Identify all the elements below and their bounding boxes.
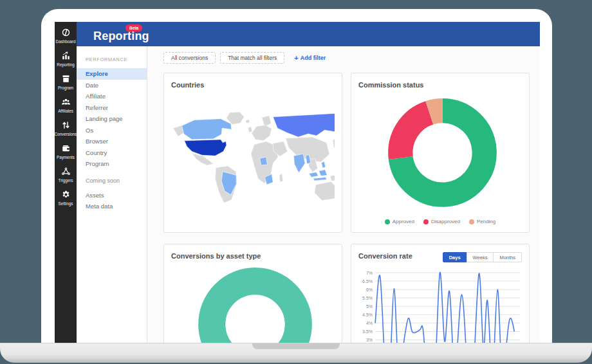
- conversion-rate-card: Conversion rate DaysWeeksMonths 7%6.5%6%…: [351, 244, 530, 343]
- all-conversions-button[interactable]: All conversions: [163, 52, 216, 64]
- nav-item-conversions[interactable]: Conversions: [55, 120, 77, 136]
- users-icon: [61, 97, 71, 107]
- logo-icon: [61, 28, 71, 37]
- sidebar-item-browser[interactable]: Browser: [77, 136, 147, 147]
- laptop-screen-bezel: DashboardReportingProgramAffiliatesConve…: [41, 9, 552, 343]
- sidebar-item-date[interactable]: Date: [77, 80, 147, 91]
- donut-segment: [400, 113, 429, 158]
- legend-label: Approved: [393, 219, 414, 224]
- app-window: DashboardReportingProgramAffiliatesConve…: [55, 22, 540, 343]
- asset-type-title: Conversions by asset type: [171, 252, 335, 260]
- sidebar-item-assets[interactable]: Assets: [77, 190, 147, 201]
- plus-icon: +: [294, 54, 298, 62]
- nav-item-payments[interactable]: Payments: [55, 143, 77, 159]
- main-content: All conversions That match all filters +…: [147, 46, 540, 343]
- add-filter-button[interactable]: +Add filter: [294, 54, 326, 62]
- nav-item-label: Conversions: [55, 132, 77, 136]
- y-axis-tick-label: 3%: [366, 338, 373, 342]
- sidebar-item-os[interactable]: Os: [77, 125, 147, 136]
- y-axis-tick-label: 3.5%: [362, 329, 373, 334]
- conversion-rate-line: [375, 273, 514, 343]
- sidebar-item-referrer[interactable]: Referrer: [77, 102, 147, 114]
- sidebar-item-country[interactable]: Country: [77, 147, 147, 159]
- nav-item-label: Dashboard: [56, 39, 76, 44]
- nav-item-affiliates[interactable]: Affiliates: [55, 97, 77, 113]
- filter-bar: All conversions That match all filters +…: [163, 52, 530, 64]
- page-title: Reporting: [93, 30, 149, 43]
- arrows-up-down-icon: [61, 120, 71, 130]
- nav-item-label: Triggers: [59, 178, 73, 183]
- asset-type-donut-chart: [171, 260, 335, 343]
- nav-item-label: Program: [58, 86, 73, 90]
- y-axis-tick-label: 5.5%: [362, 296, 373, 300]
- y-axis-tick-label: 6.5%: [362, 279, 373, 284]
- nav-item-label: Settings: [59, 201, 73, 206]
- y-axis-tick-label: 4%: [366, 321, 373, 325]
- legend-item-pending: Pending: [469, 219, 495, 224]
- nav-item-dashboard[interactable]: Dashboard: [55, 28, 77, 44]
- asset-type-card: Conversions by asset type: [163, 244, 342, 343]
- commission-legend: ApprovedDisapprovedPending: [358, 219, 522, 224]
- legend-label: Disapproved: [431, 219, 460, 224]
- wallet-icon: [61, 143, 71, 153]
- gear-icon: [61, 190, 71, 199]
- sidebar-item-program[interactable]: Program: [77, 158, 147, 170]
- legend-dot: [423, 219, 429, 224]
- sidebar-item-meta-data[interactable]: Meta data: [77, 201, 147, 212]
- y-axis-tick-label: 5%: [366, 304, 373, 309]
- page-background: DashboardReportingProgramAffiliatesConve…: [0, 0, 592, 364]
- commission-donut-chart: [358, 89, 522, 213]
- nav-item-program[interactable]: Program: [55, 74, 77, 90]
- y-axis-tick-label: 7%: [366, 271, 373, 275]
- legend-dot: [469, 219, 474, 224]
- primary-sidebar: DashboardReportingProgramAffiliatesConve…: [55, 22, 77, 343]
- commission-status-card: Commission status ApprovedDisapprovedPen…: [351, 73, 530, 233]
- y-axis-tick-label: 4.5%: [362, 313, 373, 317]
- tab-weeks[interactable]: Weeks: [467, 252, 494, 262]
- legend-item-disapproved: Disapproved: [423, 219, 460, 224]
- dashboard-grid: Countries: [163, 73, 530, 343]
- match-all-filters-button[interactable]: That match all filters: [220, 52, 284, 64]
- tab-months[interactable]: Months: [493, 252, 522, 262]
- bar-chart-icon: [61, 51, 71, 60]
- sidebar-item-explore[interactable]: Explore: [77, 68, 147, 80]
- add-filter-label: Add filter: [301, 55, 326, 61]
- y-axis-tick-label: 6%: [366, 287, 373, 292]
- legend-item-approved: Approved: [385, 219, 414, 224]
- laptop-notch: [252, 343, 340, 349]
- nav-item-label: Reporting: [57, 62, 74, 67]
- sidebar-item-landing-page[interactable]: Landing page: [77, 113, 147, 125]
- app-body: Beta Reporting PERFORMANCE ExploreDateAf…: [77, 22, 540, 343]
- nav-item-settings[interactable]: Settings: [55, 190, 77, 206]
- secondary-sidebar: PERFORMANCE ExploreDateAffiliateReferrer…: [77, 46, 147, 343]
- sidebar-coming-soon-label: Coming soon: [86, 177, 147, 184]
- nav-item-label: Affiliates: [58, 109, 73, 113]
- donut-segment: [429, 111, 442, 113]
- legend-label: Pending: [477, 219, 495, 224]
- conversion-rate-title: Conversion rate: [358, 252, 412, 260]
- donut-segment: [212, 281, 299, 343]
- tab-days[interactable]: Days: [443, 252, 467, 262]
- countries-card-title: Countries: [171, 81, 335, 89]
- app-header: Beta Reporting: [77, 22, 540, 46]
- sidebar-item-affiliate[interactable]: Affiliate: [77, 91, 147, 102]
- legend-dot: [385, 219, 390, 224]
- archive-box-icon: [61, 74, 71, 84]
- countries-card: Countries: [163, 73, 342, 233]
- conversion-rate-line-chart: 7%6.5%6%5.5%5%4.5%4%3.5%3%: [358, 265, 522, 343]
- nav-item-triggers[interactable]: Triggers: [55, 167, 77, 183]
- laptop-base: [0, 343, 592, 363]
- interval-tabs: DaysWeeksMonths: [443, 252, 522, 262]
- world-map-svg: [171, 109, 335, 204]
- trigger-network-icon: [61, 167, 71, 176]
- commission-status-title: Commission status: [358, 81, 522, 89]
- nav-item-label: Payments: [57, 155, 75, 159]
- sidebar-section-label: PERFORMANCE: [86, 57, 147, 62]
- world-map: [171, 89, 335, 224]
- nav-item-reporting[interactable]: Reporting: [55, 51, 77, 67]
